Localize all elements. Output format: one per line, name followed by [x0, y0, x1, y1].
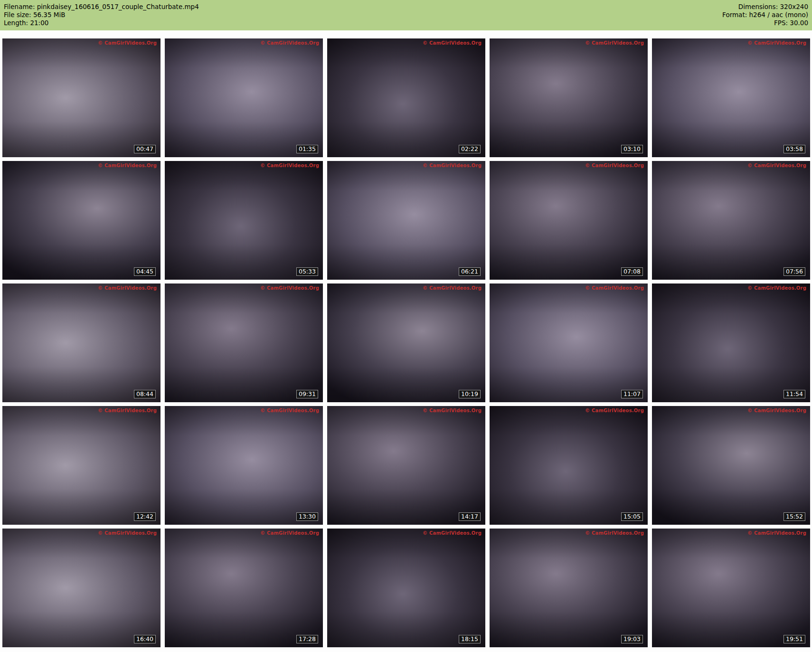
video-frame-thumbnail: © CamGirlVideos.Org 15:52	[652, 406, 810, 525]
timestamp-badge: 19:51	[784, 635, 805, 643]
video-frame-thumbnail: © CamGirlVideos.Org 13:30	[165, 406, 323, 525]
timestamp-badge: 07:56	[784, 267, 805, 276]
video-frame-thumbnail: © CamGirlVideos.Org 01:35	[165, 38, 323, 157]
timestamp-badge: 18:15	[459, 635, 481, 643]
timestamp-badge: 10:19	[459, 390, 481, 398]
watermark-text: © CamGirlVideos.Org	[98, 285, 157, 291]
watermark-text: © CamGirlVideos.Org	[423, 163, 482, 168]
watermark-text: © CamGirlVideos.Org	[98, 408, 157, 413]
watermark-text: © CamGirlVideos.Org	[260, 163, 319, 168]
video-frame-thumbnail: © CamGirlVideos.Org 12:42	[2, 406, 161, 525]
watermark-text: © CamGirlVideos.Org	[423, 408, 482, 413]
watermark-text: © CamGirlVideos.Org	[585, 530, 644, 536]
watermark-text: © CamGirlVideos.Org	[423, 40, 482, 46]
metadata-right-block: Dimensions: 320x240 Format: h264 / aac (…	[722, 3, 808, 27]
timestamp-badge: 01:35	[296, 145, 318, 153]
filesize-line: File size: 56.35 MiB	[4, 11, 199, 19]
timestamp-badge: 04:45	[134, 267, 156, 276]
video-frame-thumbnail: © CamGirlVideos.Org 11:07	[490, 283, 648, 402]
video-frame-thumbnail: © CamGirlVideos.Org 17:28	[165, 529, 323, 647]
watermark-text: © CamGirlVideos.Org	[98, 163, 157, 168]
video-frame-thumbnail: © CamGirlVideos.Org 16:40	[2, 529, 161, 647]
watermark-text: © CamGirlVideos.Org	[747, 163, 806, 168]
timestamp-badge: 11:07	[621, 390, 643, 398]
timestamp-badge: 03:10	[621, 145, 643, 153]
video-frame-thumbnail: © CamGirlVideos.Org 00:47	[2, 38, 161, 157]
dimensions-line: Dimensions: 320x240	[722, 3, 808, 11]
timestamp-badge: 09:31	[296, 390, 318, 398]
watermark-text: © CamGirlVideos.Org	[260, 530, 319, 536]
contact-sheet: Filename: pinkdaisey_160616_0517_couple_…	[0, 0, 812, 652]
video-frame-thumbnail: © CamGirlVideos.Org 02:22	[327, 38, 485, 157]
watermark-text: © CamGirlVideos.Org	[747, 285, 806, 291]
watermark-text: © CamGirlVideos.Org	[585, 285, 644, 291]
watermark-text: © CamGirlVideos.Org	[747, 530, 806, 536]
metadata-header: Filename: pinkdaisey_160616_0517_couple_…	[0, 0, 812, 30]
watermark-text: © CamGirlVideos.Org	[98, 40, 157, 46]
video-frame-thumbnail: © CamGirlVideos.Org 14:17	[327, 406, 485, 525]
length-line: Length: 21:00	[4, 19, 199, 27]
timestamp-badge: 02:22	[459, 145, 481, 153]
watermark-text: © CamGirlVideos.Org	[260, 40, 319, 46]
video-frame-thumbnail: © CamGirlVideos.Org 03:58	[652, 38, 810, 157]
video-frame-thumbnail: © CamGirlVideos.Org 04:45	[2, 161, 161, 280]
video-frame-thumbnail: © CamGirlVideos.Org 19:51	[652, 529, 810, 647]
watermark-text: © CamGirlVideos.Org	[585, 408, 644, 413]
video-frame-thumbnail: © CamGirlVideos.Org 03:10	[490, 38, 648, 157]
video-frame-thumbnail: © CamGirlVideos.Org 09:31	[165, 283, 323, 402]
watermark-text: © CamGirlVideos.Org	[260, 285, 319, 291]
video-frame-thumbnail: © CamGirlVideos.Org 19:03	[490, 529, 648, 647]
fps-line: FPS: 30.00	[722, 19, 808, 27]
format-line: Format: h264 / aac (mono)	[722, 11, 808, 19]
timestamp-badge: 15:52	[784, 512, 805, 521]
timestamp-badge: 00:47	[134, 145, 156, 153]
timestamp-badge: 07:08	[621, 267, 643, 276]
video-frame-thumbnail: © CamGirlVideos.Org 08:44	[2, 283, 161, 402]
video-frame-thumbnail: © CamGirlVideos.Org 06:21	[327, 161, 485, 280]
timestamp-badge: 05:33	[296, 267, 318, 276]
timestamp-badge: 14:17	[459, 512, 481, 521]
watermark-text: © CamGirlVideos.Org	[260, 408, 319, 413]
watermark-text: © CamGirlVideos.Org	[747, 408, 806, 413]
timestamp-badge: 06:21	[459, 267, 481, 276]
video-frame-thumbnail: © CamGirlVideos.Org 05:33	[165, 161, 323, 280]
timestamp-badge: 11:54	[784, 390, 805, 398]
video-frame-thumbnail: © CamGirlVideos.Org 15:05	[490, 406, 648, 525]
timestamp-badge: 16:40	[134, 635, 156, 643]
timestamp-badge: 08:44	[134, 390, 156, 398]
watermark-text: © CamGirlVideos.Org	[423, 285, 482, 291]
metadata-left-block: Filename: pinkdaisey_160616_0517_couple_…	[4, 3, 199, 27]
timestamp-badge: 03:58	[784, 145, 805, 153]
filename-line: Filename: pinkdaisey_160616_0517_couple_…	[4, 3, 199, 11]
watermark-text: © CamGirlVideos.Org	[423, 530, 482, 536]
timestamp-badge: 15:05	[621, 512, 643, 521]
timestamp-badge: 17:28	[296, 635, 318, 643]
watermark-text: © CamGirlVideos.Org	[98, 530, 157, 536]
video-frame-thumbnail: © CamGirlVideos.Org 10:19	[327, 283, 485, 402]
thumbnail-grid: © CamGirlVideos.Org 00:47 © CamGirlVideo…	[2, 38, 810, 647]
timestamp-badge: 13:30	[296, 512, 318, 521]
video-frame-thumbnail: © CamGirlVideos.Org 07:08	[490, 161, 648, 280]
watermark-text: © CamGirlVideos.Org	[747, 40, 806, 46]
video-frame-thumbnail: © CamGirlVideos.Org 07:56	[652, 161, 810, 280]
watermark-text: © CamGirlVideos.Org	[585, 163, 644, 168]
video-frame-thumbnail: © CamGirlVideos.Org 18:15	[327, 529, 485, 647]
watermark-text: © CamGirlVideos.Org	[585, 40, 644, 46]
timestamp-badge: 12:42	[134, 512, 156, 521]
video-frame-thumbnail: © CamGirlVideos.Org 11:54	[652, 283, 810, 402]
timestamp-badge: 19:03	[621, 635, 643, 643]
